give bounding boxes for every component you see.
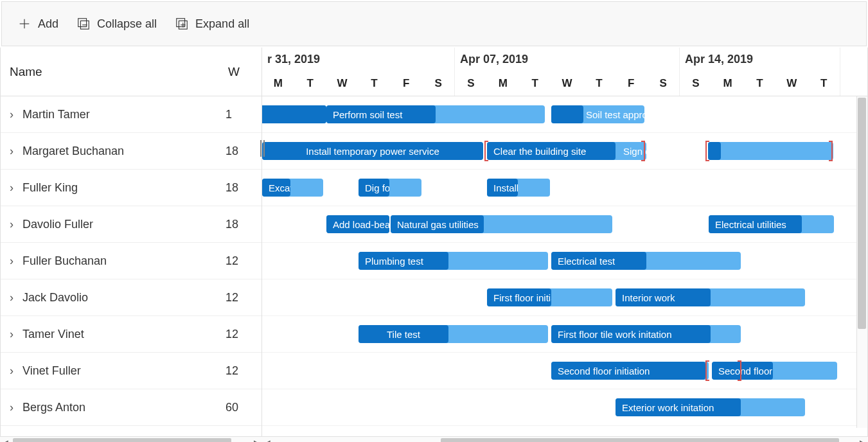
chevron-right-icon[interactable]: ›: [10, 291, 17, 305]
day-header[interactable]: M: [712, 71, 744, 96]
resource-name-cell[interactable]: ›Vinet Fuller: [1, 364, 226, 378]
panel-splitter[interactable]: [258, 140, 266, 157]
scroll-left-icon[interactable]: ◀: [262, 439, 274, 442]
resource-name-cell[interactable]: ›Margaret Buchanan: [1, 145, 226, 158]
grid-row[interactable]: ›Fuller King18: [1, 170, 261, 206]
chevron-right-icon[interactable]: ›: [10, 401, 17, 414]
resource-name-cell[interactable]: ›Tamer Vinet: [1, 328, 226, 341]
task-bar[interactable]: First floor tile work initation: [551, 325, 711, 343]
grid-scroll-thumb[interactable]: [13, 438, 231, 443]
chevron-right-icon[interactable]: ›: [10, 364, 17, 378]
day-header[interactable]: W: [775, 71, 808, 96]
resource-name: Davolio Fuller: [22, 218, 93, 231]
day-header[interactable]: S: [680, 71, 712, 96]
day-header[interactable]: T: [808, 71, 840, 96]
chevron-right-icon[interactable]: ›: [10, 328, 17, 341]
chart-row: Tile testFirst floor tile work initation: [262, 316, 867, 353]
resource-name-cell[interactable]: ›Fuller King: [1, 181, 226, 195]
task-bar[interactable]: tion: [262, 105, 326, 123]
resource-work-cell: 12: [226, 254, 261, 268]
task-bar[interactable]: Clear the building site: [487, 142, 616, 160]
task-bar[interactable]: Second floor tile work initiation: [712, 362, 773, 380]
grid-row[interactable]: ›Margaret Buchanan18: [1, 133, 261, 170]
resource-grid: Name W ›Martin Tamer1›Margaret Buchanan1…: [0, 48, 262, 436]
day-header[interactable]: W: [326, 71, 359, 96]
task-bar-progress[interactable]: [708, 142, 833, 160]
resource-name: Fuller King: [22, 181, 78, 195]
resource-name-cell[interactable]: ›Fuller Buchanan: [1, 254, 226, 268]
resource-name: Tamer Vinet: [22, 328, 84, 341]
day-header[interactable]: S: [455, 71, 487, 96]
grid-row[interactable]: ›Martin Tamer1: [1, 96, 261, 133]
add-button[interactable]: Add: [17, 17, 58, 31]
task-bar[interactable]: Second floor initiation: [551, 362, 705, 380]
day-header[interactable]: S: [647, 71, 679, 96]
grid-row[interactable]: ›Vinet Fuller12: [1, 353, 261, 389]
task-bar[interactable]: Interior work: [616, 288, 711, 306]
day-header[interactable]: F: [615, 71, 647, 96]
day-header[interactable]: M: [262, 71, 294, 96]
grid-row[interactable]: ›Tamer Vinet12: [1, 316, 261, 353]
chart-area[interactable]: tionPerform soil testSoil test approvalI…: [262, 96, 867, 432]
chart-horizontal-scrollbar[interactable]: ◀ ▶: [262, 436, 868, 442]
week-block: Apr 07, 2019SMTWTFS: [455, 48, 680, 96]
resource-name-cell[interactable]: ›Jack Davolio: [1, 291, 226, 305]
task-bar[interactable]: Install plumbing: [487, 179, 518, 197]
task-bar[interactable]: Electrical test: [551, 252, 646, 270]
day-header[interactable]: W: [551, 71, 583, 96]
task-bar[interactable]: First floor initiation: [487, 288, 551, 306]
day-header[interactable]: M: [487, 71, 519, 96]
chevron-right-icon[interactable]: ›: [10, 145, 17, 158]
day-header[interactable]: T: [358, 71, 390, 96]
task-bar[interactable]: Plumbing test: [359, 252, 448, 270]
task-bar[interactable]: Tile test: [359, 325, 448, 343]
day-header[interactable]: F: [390, 71, 422, 96]
chevron-right-icon[interactable]: ›: [10, 254, 17, 268]
column-second-header[interactable]: W: [226, 65, 261, 79]
column-name-header[interactable]: Name: [1, 65, 226, 79]
week-block: r 31, 2019MTWTFS: [262, 48, 455, 96]
collapse-icon: [76, 17, 91, 31]
task-bar[interactable]: Natural gas utilities: [391, 215, 484, 233]
day-header[interactable]: T: [583, 71, 615, 96]
resource-name-cell[interactable]: ›Davolio Fuller: [1, 218, 226, 231]
scroll-left-icon[interactable]: ◀: [0, 439, 12, 442]
chevron-right-icon[interactable]: ›: [10, 218, 17, 231]
week-label: Apr 14, 2019: [680, 48, 840, 71]
grid-row[interactable]: ›Fuller Buchanan12: [1, 243, 261, 279]
expand-label: Expand all: [195, 17, 249, 31]
constraint-bracket-left: [484, 141, 488, 161]
grid-row[interactable]: ›Jack Davolio12: [1, 279, 261, 316]
scroll-right-icon[interactable]: ▶: [856, 439, 868, 442]
task-bar[interactable]: [708, 142, 721, 160]
footer-scrollbars: ◀ ▶ ◀ ▶: [0, 436, 868, 442]
grid-row[interactable]: ›Bergs Anton60: [1, 389, 261, 426]
task-bar[interactable]: Perform soil test: [326, 105, 436, 123]
scroll-right-icon[interactable]: ▶: [251, 439, 262, 442]
task-bar[interactable]: [551, 105, 583, 123]
task-bar[interactable]: Electrical utilities: [709, 215, 802, 233]
resource-name-cell[interactable]: ›Martin Tamer: [1, 108, 226, 121]
chevron-right-icon[interactable]: ›: [10, 181, 17, 195]
vertical-scroll-thumb[interactable]: [858, 98, 866, 329]
task-bar[interactable]: Exterior work initation: [616, 398, 741, 416]
task-bar[interactable]: Dig footer: [359, 179, 389, 197]
day-header[interactable]: T: [744, 71, 776, 96]
task-bar[interactable]: Excavate foundation: [262, 179, 290, 197]
vertical-scrollbar[interactable]: [856, 96, 867, 428]
resource-work-cell: 18: [226, 218, 261, 231]
task-bar[interactable]: Install temporary power service: [262, 142, 483, 160]
expand-all-button[interactable]: Expand all: [175, 17, 249, 31]
resource-name-cell[interactable]: ›Bergs Anton: [1, 401, 226, 414]
grid-horizontal-scrollbar[interactable]: ◀ ▶: [0, 436, 262, 442]
grid-row[interactable]: ›Davolio Fuller18: [1, 206, 261, 243]
constraint-bracket-right: [829, 141, 833, 161]
day-header[interactable]: S: [422, 71, 454, 96]
chart-row: Install temporary power serviceClear the…: [262, 133, 867, 170]
chart-scroll-thumb[interactable]: [441, 438, 839, 443]
collapse-all-button[interactable]: Collapse all: [76, 17, 157, 31]
day-header[interactable]: T: [519, 71, 551, 96]
chevron-right-icon[interactable]: ›: [10, 108, 17, 121]
day-header[interactable]: T: [294, 71, 326, 96]
task-bar[interactable]: Add load-bearing: [326, 215, 389, 233]
